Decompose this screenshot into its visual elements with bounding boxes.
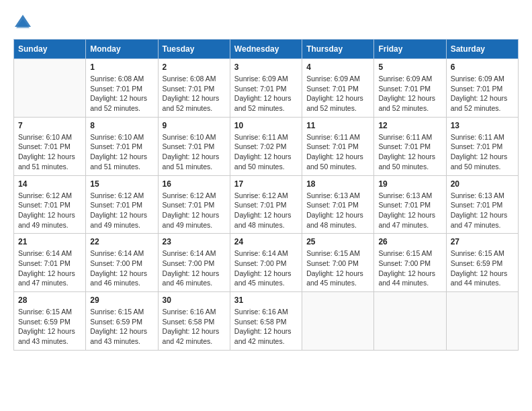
logo-icon <box>13 13 32 32</box>
cell-date-number: 8 <box>90 121 153 130</box>
calendar-cell: 26Sunrise: 6:15 AMSunset: 7:00 PMDayligh… <box>374 234 446 292</box>
calendar-cell: 14Sunrise: 6:12 AMSunset: 7:01 PMDayligh… <box>14 175 86 234</box>
cell-date-number: 15 <box>90 179 153 189</box>
cell-date-number: 14 <box>18 179 81 189</box>
calendar-cell: 1Sunrise: 6:08 AMSunset: 7:01 PMDaylight… <box>86 59 158 118</box>
calendar-cell: 23Sunrise: 6:14 AMSunset: 7:00 PMDayligh… <box>158 234 230 292</box>
cell-info: Sunrise: 6:09 AMSunset: 7:01 PMDaylight:… <box>378 74 441 113</box>
cell-info: Sunrise: 6:14 AMSunset: 7:00 PMDaylight:… <box>163 248 226 288</box>
calendar-cell: 10Sunrise: 6:11 AMSunset: 7:02 PMDayligh… <box>230 117 302 175</box>
cell-date-number: 17 <box>234 179 298 189</box>
cell-info: Sunrise: 6:15 AMSunset: 7:00 PMDaylight:… <box>378 248 441 288</box>
calendar-cell: 4Sunrise: 6:09 AMSunset: 7:01 PMDaylight… <box>302 59 374 118</box>
calendar-cell: 12Sunrise: 6:11 AMSunset: 7:01 PMDayligh… <box>374 117 446 175</box>
cell-info: Sunrise: 6:12 AMSunset: 7:01 PMDaylight:… <box>18 191 81 230</box>
cell-info: Sunrise: 6:08 AMSunset: 7:01 PMDaylight:… <box>90 74 153 113</box>
cell-info: Sunrise: 6:08 AMSunset: 7:01 PMDaylight:… <box>163 74 226 113</box>
cell-info: Sunrise: 6:13 AMSunset: 7:01 PMDaylight:… <box>378 191 441 230</box>
cell-info: Sunrise: 6:16 AMSunset: 6:58 PMDaylight:… <box>163 307 226 347</box>
cell-info: Sunrise: 6:15 AMSunset: 6:59 PMDaylight:… <box>451 248 514 288</box>
calendar-cell: 20Sunrise: 6:13 AMSunset: 7:01 PMDayligh… <box>446 175 518 234</box>
cell-date-number: 1 <box>90 62 153 72</box>
cell-date-number: 3 <box>234 62 298 72</box>
cell-info: Sunrise: 6:14 AMSunset: 7:00 PMDaylight:… <box>90 248 153 288</box>
cell-info: Sunrise: 6:12 AMSunset: 7:01 PMDaylight:… <box>234 191 298 230</box>
calendar-cell: 21Sunrise: 6:14 AMSunset: 7:01 PMDayligh… <box>14 234 86 292</box>
cell-info: Sunrise: 6:09 AMSunset: 7:01 PMDaylight:… <box>234 74 298 113</box>
day-header-wednesday: Wednesday <box>230 40 302 59</box>
calendar-week-1: 1Sunrise: 6:08 AMSunset: 7:01 PMDaylight… <box>14 59 519 118</box>
cell-info: Sunrise: 6:10 AMSunset: 7:01 PMDaylight:… <box>163 132 226 172</box>
cell-date-number: 29 <box>90 295 153 305</box>
cell-info: Sunrise: 6:10 AMSunset: 7:01 PMDaylight:… <box>90 132 153 172</box>
calendar-cell <box>302 292 374 351</box>
cell-info: Sunrise: 6:11 AMSunset: 7:02 PMDaylight:… <box>234 132 298 172</box>
calendar-cell: 7Sunrise: 6:10 AMSunset: 7:01 PMDaylight… <box>14 117 86 175</box>
calendar-week-4: 21Sunrise: 6:14 AMSunset: 7:01 PMDayligh… <box>14 234 519 292</box>
calendar-cell: 31Sunrise: 6:16 AMSunset: 6:58 PMDayligh… <box>230 292 302 351</box>
cell-info: Sunrise: 6:13 AMSunset: 7:01 PMDaylight:… <box>451 191 514 230</box>
calendar-cell: 24Sunrise: 6:14 AMSunset: 7:00 PMDayligh… <box>230 234 302 292</box>
calendar-cell <box>374 292 446 351</box>
calendar-cell: 15Sunrise: 6:12 AMSunset: 7:01 PMDayligh… <box>86 175 158 234</box>
calendar-cell: 3Sunrise: 6:09 AMSunset: 7:01 PMDaylight… <box>230 59 302 118</box>
page-header <box>13 13 519 32</box>
cell-info: Sunrise: 6:12 AMSunset: 7:01 PMDaylight:… <box>163 191 226 230</box>
cell-info: Sunrise: 6:14 AMSunset: 7:00 PMDaylight:… <box>234 248 298 288</box>
cell-date-number: 19 <box>378 179 441 189</box>
cell-date-number: 13 <box>451 121 514 130</box>
calendar-header-row: SundayMondayTuesdayWednesdayThursdayFrid… <box>14 40 519 59</box>
calendar-cell: 22Sunrise: 6:14 AMSunset: 7:00 PMDayligh… <box>86 234 158 292</box>
calendar-cell <box>14 59 86 118</box>
calendar-week-3: 14Sunrise: 6:12 AMSunset: 7:01 PMDayligh… <box>14 175 519 234</box>
logo <box>13 13 34 32</box>
cell-date-number: 11 <box>306 121 369 130</box>
calendar-cell: 5Sunrise: 6:09 AMSunset: 7:01 PMDaylight… <box>374 59 446 118</box>
cell-date-number: 22 <box>90 237 153 246</box>
calendar-cell: 6Sunrise: 6:09 AMSunset: 7:01 PMDaylight… <box>446 59 518 118</box>
cell-date-number: 4 <box>306 62 369 72</box>
cell-info: Sunrise: 6:15 AMSunset: 6:59 PMDaylight:… <box>90 307 153 347</box>
calendar-cell: 2Sunrise: 6:08 AMSunset: 7:01 PMDaylight… <box>158 59 230 118</box>
cell-info: Sunrise: 6:11 AMSunset: 7:01 PMDaylight:… <box>451 132 514 172</box>
calendar-cell: 9Sunrise: 6:10 AMSunset: 7:01 PMDaylight… <box>158 117 230 175</box>
cell-info: Sunrise: 6:09 AMSunset: 7:01 PMDaylight:… <box>306 74 369 113</box>
cell-info: Sunrise: 6:15 AMSunset: 7:00 PMDaylight:… <box>306 248 369 288</box>
cell-date-number: 25 <box>306 237 369 246</box>
calendar-cell: 8Sunrise: 6:10 AMSunset: 7:01 PMDaylight… <box>86 117 158 175</box>
calendar-table: SundayMondayTuesdayWednesdayThursdayFrid… <box>13 39 519 351</box>
cell-info: Sunrise: 6:11 AMSunset: 7:01 PMDaylight:… <box>306 132 369 172</box>
calendar-cell: 17Sunrise: 6:12 AMSunset: 7:01 PMDayligh… <box>230 175 302 234</box>
calendar-cell: 16Sunrise: 6:12 AMSunset: 7:01 PMDayligh… <box>158 175 230 234</box>
cell-date-number: 12 <box>378 121 441 130</box>
cell-info: Sunrise: 6:11 AMSunset: 7:01 PMDaylight:… <box>378 132 441 172</box>
day-header-tuesday: Tuesday <box>158 40 230 59</box>
cell-date-number: 26 <box>378 237 441 246</box>
cell-date-number: 30 <box>163 295 226 305</box>
calendar-cell <box>446 292 518 351</box>
cell-info: Sunrise: 6:15 AMSunset: 6:59 PMDaylight:… <box>18 307 81 347</box>
cell-date-number: 20 <box>451 179 514 189</box>
day-header-thursday: Thursday <box>302 40 374 59</box>
calendar-cell: 25Sunrise: 6:15 AMSunset: 7:00 PMDayligh… <box>302 234 374 292</box>
cell-date-number: 9 <box>163 121 226 130</box>
cell-date-number: 23 <box>163 237 226 246</box>
cell-info: Sunrise: 6:13 AMSunset: 7:01 PMDaylight:… <box>306 191 369 230</box>
calendar-cell: 30Sunrise: 6:16 AMSunset: 6:58 PMDayligh… <box>158 292 230 351</box>
calendar-cell: 18Sunrise: 6:13 AMSunset: 7:01 PMDayligh… <box>302 175 374 234</box>
calendar-week-2: 7Sunrise: 6:10 AMSunset: 7:01 PMDaylight… <box>14 117 519 175</box>
cell-date-number: 5 <box>378 62 441 72</box>
cell-date-number: 27 <box>451 237 514 246</box>
cell-date-number: 10 <box>234 121 298 130</box>
cell-date-number: 28 <box>18 295 81 305</box>
calendar-cell: 11Sunrise: 6:11 AMSunset: 7:01 PMDayligh… <box>302 117 374 175</box>
cell-date-number: 31 <box>234 295 298 305</box>
cell-date-number: 7 <box>18 121 81 130</box>
cell-date-number: 18 <box>306 179 369 189</box>
calendar-cell: 27Sunrise: 6:15 AMSunset: 6:59 PMDayligh… <box>446 234 518 292</box>
calendar-cell: 19Sunrise: 6:13 AMSunset: 7:01 PMDayligh… <box>374 175 446 234</box>
calendar-cell: 13Sunrise: 6:11 AMSunset: 7:01 PMDayligh… <box>446 117 518 175</box>
cell-info: Sunrise: 6:10 AMSunset: 7:01 PMDaylight:… <box>18 132 81 172</box>
cell-date-number: 16 <box>163 179 226 189</box>
cell-info: Sunrise: 6:14 AMSunset: 7:01 PMDaylight:… <box>18 248 81 288</box>
